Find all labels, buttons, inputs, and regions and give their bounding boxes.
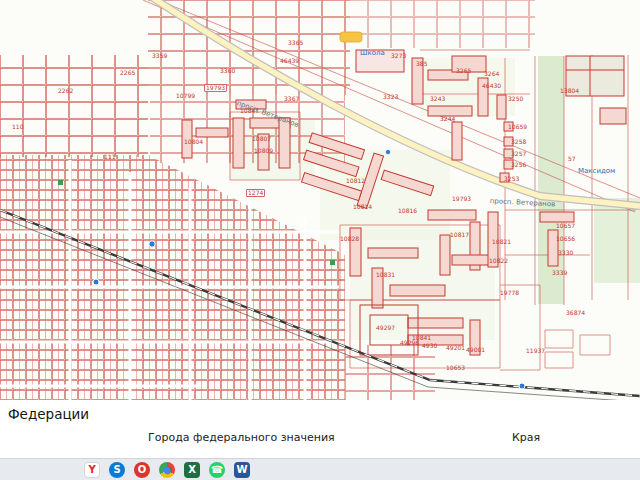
category-federal-cities: Города федерального значения xyxy=(148,431,335,444)
taskbar: YSO●X☎W xyxy=(0,458,640,480)
red-browser-icon[interactable]: O xyxy=(134,462,150,478)
cadastral-map[interactable]: 2262226511011133593360336546439336710799… xyxy=(0,0,640,400)
poi-dot xyxy=(519,383,525,389)
store-label-marker xyxy=(340,32,362,42)
screen: 2262226511011133593360336546439336710799… xyxy=(0,0,640,480)
chrome-browser-icon[interactable]: ● xyxy=(159,462,175,478)
page-heading-fragment: Федерации xyxy=(8,406,89,422)
yandex-browser-icon[interactable]: Y xyxy=(84,462,100,478)
poi-square xyxy=(58,180,63,185)
poi-dot xyxy=(385,149,390,154)
whatsapp-icon[interactable]: ☎ xyxy=(209,462,225,478)
poi-dot xyxy=(149,241,155,247)
word-icon[interactable]: W xyxy=(234,462,250,478)
map-canvas xyxy=(0,0,640,400)
excel-icon[interactable]: X xyxy=(184,462,200,478)
poi-square xyxy=(330,260,335,265)
poi-dot xyxy=(93,279,99,285)
blue-app-icon[interactable]: S xyxy=(109,462,125,478)
page-content: Федерации Города федерального значения К… xyxy=(0,400,640,458)
category-krais: Края xyxy=(512,431,540,444)
